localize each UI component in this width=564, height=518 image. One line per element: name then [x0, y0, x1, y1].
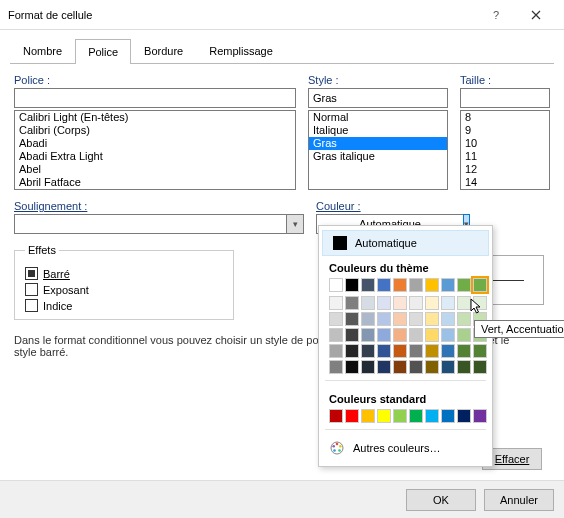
tab-font[interactable]: Police [75, 39, 131, 64]
color-swatch[interactable] [457, 278, 471, 292]
color-swatch[interactable] [441, 328, 455, 342]
color-swatch[interactable] [361, 360, 375, 374]
color-swatch[interactable] [393, 360, 407, 374]
color-swatch[interactable] [393, 278, 407, 292]
color-swatch[interactable] [329, 328, 343, 342]
color-swatch[interactable] [457, 360, 471, 374]
font-listbox[interactable]: Calibri Light (En-têtes)Calibri (Corps)A… [14, 110, 296, 190]
color-swatch[interactable] [377, 409, 391, 423]
font-input[interactable] [14, 88, 296, 108]
list-item[interactable]: Abril Fatface [15, 176, 295, 189]
list-item[interactable]: 9 [461, 124, 549, 137]
color-swatch[interactable] [393, 312, 407, 326]
color-swatch[interactable] [345, 278, 359, 292]
color-swatch[interactable] [361, 409, 375, 423]
color-swatch[interactable] [425, 328, 439, 342]
color-swatch[interactable] [441, 296, 455, 310]
color-swatch[interactable] [409, 360, 423, 374]
color-swatch[interactable] [377, 344, 391, 358]
close-button[interactable] [516, 0, 556, 30]
color-swatch[interactable] [329, 344, 343, 358]
cancel-button[interactable]: Annuler [484, 489, 554, 511]
color-swatch[interactable] [473, 360, 487, 374]
color-swatch[interactable] [329, 360, 343, 374]
list-item[interactable]: 14 [461, 176, 549, 189]
list-item[interactable]: Calibri (Corps) [15, 124, 295, 137]
subscript-checkbox[interactable]: Indice [25, 299, 223, 312]
color-swatch[interactable] [345, 296, 359, 310]
tab-fill[interactable]: Remplissage [196, 38, 286, 63]
color-swatch[interactable] [441, 312, 455, 326]
list-item[interactable]: Normal [309, 111, 447, 124]
color-swatch[interactable] [457, 409, 471, 423]
underline-combo[interactable] [14, 214, 304, 234]
color-swatch[interactable] [409, 312, 423, 326]
list-item[interactable]: Gras italique [309, 150, 447, 163]
color-swatch[interactable] [393, 328, 407, 342]
list-item[interactable]: 10 [461, 137, 549, 150]
color-swatch[interactable] [409, 278, 423, 292]
color-swatch[interactable] [329, 278, 343, 292]
ok-button[interactable]: OK [406, 489, 476, 511]
color-swatch[interactable] [425, 312, 439, 326]
color-swatch[interactable] [361, 344, 375, 358]
size-input[interactable] [460, 88, 550, 108]
color-swatch[interactable] [361, 312, 375, 326]
color-swatch[interactable] [377, 360, 391, 374]
color-swatch[interactable] [425, 278, 439, 292]
more-colors-item[interactable]: Autres couleurs… [319, 436, 492, 460]
color-swatch[interactable] [345, 312, 359, 326]
underline-input[interactable] [14, 214, 286, 234]
style-input[interactable] [308, 88, 448, 108]
color-swatch[interactable] [345, 360, 359, 374]
list-item[interactable]: Abadi Extra Light [15, 150, 295, 163]
color-swatch[interactable] [441, 344, 455, 358]
list-item[interactable]: 11 [461, 150, 549, 163]
list-item[interactable]: Gras [309, 137, 447, 150]
color-swatch[interactable] [457, 296, 471, 310]
chevron-down-icon[interactable] [286, 214, 304, 234]
help-button[interactable]: ? [476, 0, 516, 30]
color-swatch[interactable] [361, 278, 375, 292]
list-item[interactable]: Abel [15, 163, 295, 176]
color-swatch[interactable] [473, 344, 487, 358]
color-swatch[interactable] [393, 296, 407, 310]
color-swatch[interactable] [345, 344, 359, 358]
color-swatch[interactable] [409, 296, 423, 310]
color-swatch[interactable] [425, 296, 439, 310]
color-swatch[interactable] [425, 409, 439, 423]
color-swatch[interactable] [409, 328, 423, 342]
color-swatch[interactable] [457, 344, 471, 358]
tab-number[interactable]: Nombre [10, 38, 75, 63]
color-swatch[interactable] [377, 296, 391, 310]
tab-border[interactable]: Bordure [131, 38, 196, 63]
color-swatch[interactable] [457, 312, 471, 326]
size-listbox[interactable]: 8910111214 [460, 110, 550, 190]
color-swatch[interactable] [473, 409, 487, 423]
color-swatch[interactable] [345, 409, 359, 423]
superscript-checkbox[interactable]: Exposant [25, 283, 223, 296]
list-item[interactable]: Abadi [15, 137, 295, 150]
color-swatch[interactable] [377, 328, 391, 342]
color-swatch[interactable] [393, 344, 407, 358]
color-swatch[interactable] [441, 409, 455, 423]
list-item[interactable]: 12 [461, 163, 549, 176]
color-swatch[interactable] [409, 409, 423, 423]
color-swatch[interactable] [329, 312, 343, 326]
list-item[interactable]: Calibri Light (En-têtes) [15, 111, 295, 124]
automatic-color-item[interactable]: Automatique [322, 230, 489, 256]
style-listbox[interactable]: NormalItaliqueGrasGras italique [308, 110, 448, 190]
color-swatch[interactable] [441, 278, 455, 292]
color-swatch[interactable] [473, 278, 487, 292]
color-swatch[interactable] [361, 328, 375, 342]
color-swatch[interactable] [329, 296, 343, 310]
list-item[interactable]: 8 [461, 111, 549, 124]
color-swatch[interactable] [377, 312, 391, 326]
list-item[interactable]: Italique [309, 124, 447, 137]
color-swatch[interactable] [377, 278, 391, 292]
color-swatch[interactable] [409, 344, 423, 358]
color-swatch[interactable] [425, 344, 439, 358]
color-swatch[interactable] [457, 328, 471, 342]
color-swatch[interactable] [345, 328, 359, 342]
color-swatch[interactable] [441, 360, 455, 374]
